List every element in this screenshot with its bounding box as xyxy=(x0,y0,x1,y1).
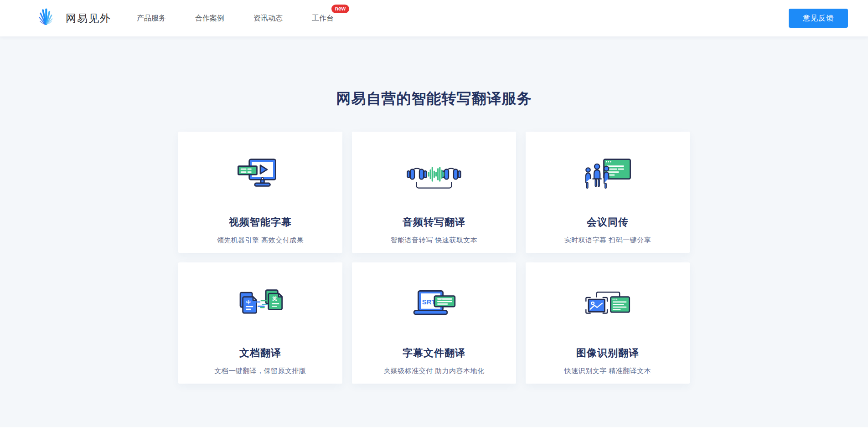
svg-text:英: 英 xyxy=(272,296,277,301)
services-grid: 视频智能字幕 领先机器引擎 高效交付成果 xyxy=(178,132,690,384)
nav-item-cases[interactable]: 合作案例 xyxy=(194,11,225,26)
page-title: 网易自营的智能转写翻译服务 xyxy=(0,89,868,109)
new-badge: new xyxy=(331,5,349,13)
document-translate-icon: 中 英 xyxy=(233,286,287,328)
footer-strip xyxy=(0,427,868,431)
nav-item-news[interactable]: 资讯动态 xyxy=(253,11,284,26)
feedback-button[interactable]: 意见反馈 xyxy=(789,9,848,28)
audio-transcribe-icon xyxy=(405,155,463,197)
nav-item-products[interactable]: 产品服务 xyxy=(136,11,167,26)
card-title: 会议同传 xyxy=(587,216,629,229)
card-subtitle: 领先机器引擎 高效交付成果 xyxy=(217,236,304,245)
card-subtitle: 智能语音转写 快速获取文本 xyxy=(391,236,478,245)
card-subtitle: 央媒级标准交付 助力内容本地化 xyxy=(383,367,485,375)
brand-logo-icon xyxy=(34,7,60,29)
subtitle-file-translate-icon: SRT xyxy=(407,286,461,328)
svg-text:中: 中 xyxy=(246,300,251,305)
card-subtitle: 文档一键翻译，保留原文排版 xyxy=(214,367,306,375)
main-content: 网易自营的智能转写翻译服务 xyxy=(0,36,868,427)
main-nav: 产品服务 合作案例 资讯动态 工作台 new xyxy=(136,11,335,26)
nav-item-workbench-label: 工作台 xyxy=(312,14,334,22)
brand[interactable]: 网易见外 xyxy=(34,7,111,29)
nav-item-workbench[interactable]: 工作台 new xyxy=(311,11,335,26)
card-subtitle: 实时双语字幕 扫码一键分享 xyxy=(564,236,651,245)
svg-text:SRT: SRT xyxy=(422,298,436,306)
video-subtitle-icon xyxy=(235,155,286,197)
card-subtitle: 快速识别文字 精准翻译文本 xyxy=(564,367,651,375)
brand-name: 网易见外 xyxy=(66,11,111,26)
meeting-interpretation-icon xyxy=(581,155,635,197)
card-title: 文档翻译 xyxy=(239,346,281,360)
service-card-image-ocr[interactable]: 图像识别翻译 快速识别文字 精准翻译文本 xyxy=(526,262,690,384)
image-ocr-translate-icon xyxy=(581,286,635,328)
service-card-video-subtitle[interactable]: 视频智能字幕 领先机器引擎 高效交付成果 xyxy=(178,132,342,253)
card-title: 视频智能字幕 xyxy=(229,216,292,229)
card-title: 音频转写翻译 xyxy=(403,216,465,229)
service-card-subtitle-file[interactable]: SRT 字幕文件翻译 央媒级标准交付 助力内容本地化 xyxy=(352,262,516,384)
card-title: 图像识别翻译 xyxy=(576,346,639,360)
service-card-meeting[interactable]: 会议同传 实时双语字幕 扫码一键分享 xyxy=(526,132,690,253)
card-title: 字幕文件翻译 xyxy=(403,346,465,360)
service-card-document[interactable]: 中 英 文档翻译 文档一键翻译，保留原文排版 xyxy=(178,262,342,384)
service-card-audio-transcribe[interactable]: 音频转写翻译 智能语音转写 快速获取文本 xyxy=(352,132,516,253)
top-navbar: 网易见外 产品服务 合作案例 资讯动态 工作台 new 意见反馈 xyxy=(0,0,868,36)
